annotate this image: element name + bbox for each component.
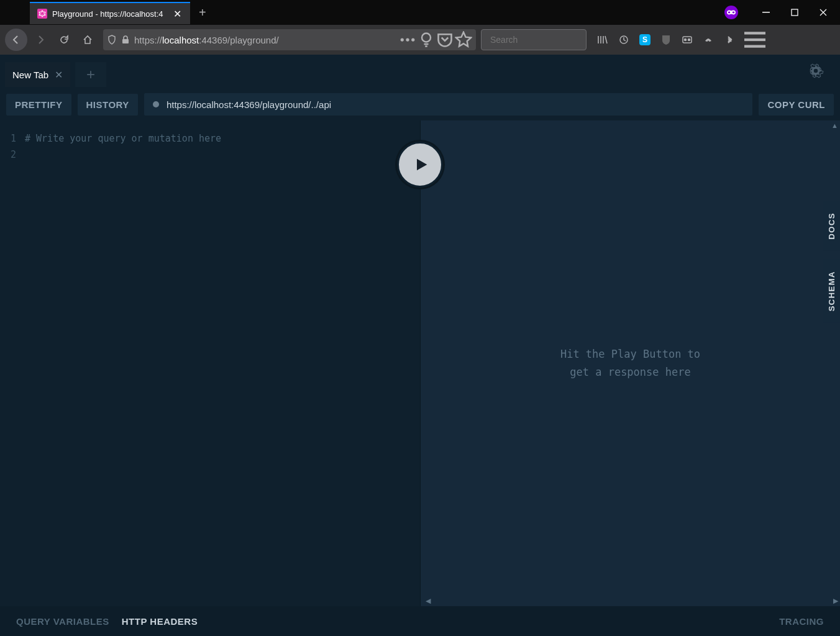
- close-window-button[interactable]: [809, 2, 838, 22]
- response-pane: Hit the Play Button to get a response he…: [420, 120, 840, 606]
- search-input[interactable]: [490, 35, 599, 45]
- scroll-left-icon[interactable]: ◀: [426, 597, 431, 605]
- private-browsing-icon: [724, 6, 738, 19]
- history-button[interactable]: HISTORY: [78, 94, 138, 116]
- url-host: localhost: [162, 35, 199, 45]
- back-button[interactable]: [5, 29, 27, 51]
- endpoint-status-dot: [153, 101, 159, 107]
- http-headers-tab[interactable]: HTTP HEADERS: [122, 616, 198, 627]
- svg-rect-7: [792, 9, 798, 16]
- playground-toolbar: PRETTIFY HISTORY https://localhost:44369…: [0, 92, 840, 117]
- tab-strip: Playground - https://localhost:4 ✕ +: [0, 0, 840, 25]
- svg-rect-19: [744, 39, 765, 41]
- svg-point-12: [422, 34, 431, 42]
- extension-icon-2[interactable]: [698, 30, 718, 50]
- svg-rect-6: [762, 12, 770, 13]
- svg-rect-20: [744, 45, 765, 48]
- playground-tab-label: New Tab: [12, 70, 48, 80]
- window-controls: [724, 2, 840, 22]
- url-text[interactable]: https://localhost:44369/playground/: [134, 35, 395, 45]
- placeholder-line: Hit the Play Button to: [560, 345, 700, 363]
- bookmark-star-icon[interactable]: [455, 31, 472, 48]
- ublock-icon[interactable]: [656, 30, 676, 50]
- svg-rect-8: [122, 39, 129, 43]
- page-actions-icon[interactable]: [399, 31, 416, 48]
- minimize-button[interactable]: [752, 2, 780, 22]
- side-tabs: DOCS SCHEMA: [823, 201, 840, 322]
- scroll-right-icon[interactable]: ▶: [833, 597, 838, 605]
- playground-new-tab[interactable]: +: [75, 62, 106, 87]
- browser-chrome: Playground - https://localhost:4 ✕ + htt…: [0, 0, 840, 55]
- playground-body: 1 # Write your query or mutation here 2 …: [0, 120, 840, 606]
- query-variables-tab[interactable]: QUERY VARIABLES: [16, 616, 109, 627]
- gear-icon: [808, 63, 824, 79]
- svg-point-9: [401, 38, 404, 41]
- toolbar-extensions: S: [593, 30, 739, 50]
- browser-tab-active[interactable]: Playground - https://localhost:4 ✕: [30, 2, 190, 24]
- response-placeholder: Hit the Play Button to get a response he…: [560, 345, 700, 381]
- line-number: 1: [0, 130, 25, 147]
- maximize-button[interactable]: [780, 2, 809, 22]
- tab-close-icon[interactable]: ✕: [171, 8, 184, 20]
- app-menu-button[interactable]: [744, 29, 765, 50]
- schema-tab[interactable]: SCHEMA: [823, 260, 840, 322]
- svg-point-17: [688, 39, 690, 41]
- forward-button[interactable]: [30, 29, 51, 50]
- sync-icon[interactable]: [614, 30, 634, 50]
- reload-button[interactable]: [53, 29, 75, 50]
- lock-icon[interactable]: [121, 35, 130, 45]
- pocket-icon[interactable]: [436, 31, 454, 48]
- extension-icon-1[interactable]: [677, 30, 697, 50]
- skype-extension-icon[interactable]: S: [635, 30, 655, 50]
- playground-footer: QUERY VARIABLES HTTP HEADERS TRACING: [0, 606, 840, 636]
- endpoint-url: https://localhost:44369/playground/../ap…: [167, 99, 331, 110]
- close-icon[interactable]: ✕: [55, 69, 63, 81]
- overflow-icon[interactable]: [719, 30, 739, 50]
- tracing-tab[interactable]: TRACING: [779, 616, 824, 627]
- url-proto: https://: [134, 35, 162, 45]
- url-path: :44369/playground/: [199, 35, 278, 45]
- url-bar[interactable]: https://localhost:44369/playground/: [103, 29, 476, 50]
- lightbulb-icon[interactable]: [418, 31, 435, 48]
- placeholder-line: get a response here: [560, 363, 700, 381]
- new-tab-button[interactable]: +: [190, 6, 215, 20]
- svg-point-10: [406, 38, 409, 41]
- editor-line: 2: [0, 147, 420, 163]
- scrollbar[interactable]: ▲ ▶: [830, 120, 840, 606]
- tab-title: Playground - https://localhost:4: [52, 9, 166, 19]
- query-editor[interactable]: 1 # Write your query or mutation here 2: [0, 120, 420, 606]
- playground-tab[interactable]: New Tab ✕: [5, 62, 70, 87]
- home-button[interactable]: [77, 29, 98, 50]
- svg-point-11: [411, 38, 414, 41]
- line-text: # Write your query or mutation here: [25, 130, 221, 147]
- svg-point-16: [685, 39, 687, 41]
- editor-line: 1 # Write your query or mutation here: [0, 130, 420, 147]
- library-icon[interactable]: [593, 30, 613, 50]
- prettify-button[interactable]: PRETTIFY: [6, 94, 71, 116]
- copy-curl-button[interactable]: COPY CURL: [759, 94, 834, 116]
- search-bar[interactable]: [481, 29, 587, 50]
- shield-icon[interactable]: [107, 35, 117, 45]
- play-icon: [413, 156, 430, 173]
- graphql-favicon: [37, 9, 47, 19]
- nav-toolbar: https://localhost:44369/playground/ S: [0, 25, 840, 55]
- playground-tabs: New Tab ✕ +: [0, 55, 840, 89]
- graphql-playground: New Tab ✕ + PRETTIFY HISTORY https://loc…: [0, 55, 840, 636]
- endpoint-input[interactable]: https://localhost:44369/playground/../ap…: [144, 93, 753, 116]
- settings-button[interactable]: [797, 63, 835, 81]
- scroll-up-icon[interactable]: ▲: [831, 122, 838, 129]
- svg-rect-18: [744, 32, 765, 34]
- execute-button[interactable]: [397, 142, 443, 188]
- line-number: 2: [0, 147, 25, 163]
- docs-tab[interactable]: DOCS: [823, 201, 840, 251]
